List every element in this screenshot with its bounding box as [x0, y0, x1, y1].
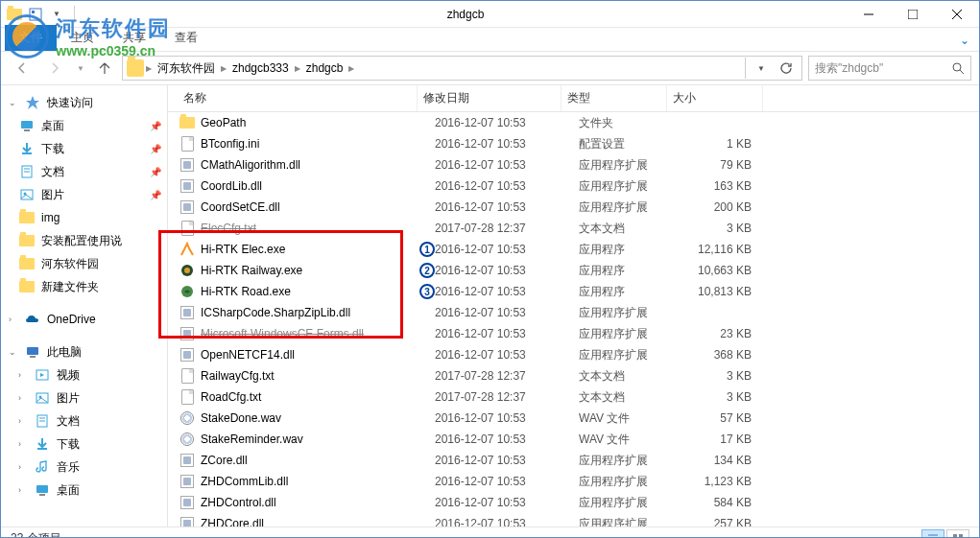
sidebar-group-quick-access[interactable]: ⌄ 快速访问 — [1, 91, 167, 114]
nav-up-button[interactable] — [93, 55, 116, 82]
sidebar-item-pc[interactable]: › 下载 — [1, 433, 167, 456]
folder-icon — [18, 255, 36, 272]
file-row[interactable]: ICSharpCode.SharpZipLib.dll 2016-12-07 1… — [168, 302, 979, 323]
sidebar-item-label: 视频 — [57, 367, 80, 384]
title-bar: ▼ zhdgcb — [1, 1, 979, 28]
sidebar-item-pc[interactable]: › 音乐 — [1, 456, 167, 479]
file-row[interactable]: CoordSetCE.dll 2016-12-07 10:53 应用程序扩展 2… — [168, 197, 979, 218]
sidebar-group-this-pc[interactable]: ⌄ 此电脑 — [1, 340, 167, 363]
path-dropdown-icon[interactable]: ▼ — [750, 64, 773, 73]
pin-icon: 📌 — [150, 121, 161, 131]
file-row[interactable]: GeoPath 2016-12-07 10:53 文件夹 — [168, 112, 979, 133]
navigation-sidebar[interactable]: ⌄ 快速访问 桌面 📌 下载 📌 文档 📌 图片 📌 img 安装配置使用说 河… — [1, 85, 168, 526]
tab-file[interactable]: 文件 — [5, 25, 57, 51]
download-icon — [34, 435, 51, 453]
collapse-icon[interactable]: ⌄ — [9, 347, 18, 357]
file-date: 2016-12-07 10:53 — [435, 137, 579, 151]
file-row[interactable]: ZHDControl.dll 2016-12-07 10:53 应用程序扩展 5… — [168, 492, 979, 513]
chevron-right-icon[interactable]: ▶ — [146, 64, 152, 73]
qat-dropdown-icon[interactable]: ▼ — [49, 7, 64, 22]
ribbon-expand-icon[interactable]: ⌄ — [950, 30, 979, 51]
file-row[interactable]: ZHDCommLib.dll 2016-12-07 10:53 应用程序扩展 1… — [168, 471, 979, 492]
column-type[interactable]: 类型 — [562, 85, 667, 111]
file-row[interactable]: CMathAligorithm.dll 2016-12-07 10:53 应用程… — [168, 154, 979, 175]
expand-icon[interactable]: › — [18, 485, 28, 495]
file-row[interactable]: OpenNETCF14.dll 2016-12-07 10:53 应用程序扩展 … — [168, 344, 979, 365]
column-size[interactable]: 大小 — [667, 85, 763, 111]
tab-view[interactable]: 查看 — [160, 25, 212, 51]
nav-history-dropdown[interactable]: ▼ — [74, 55, 87, 82]
sidebar-item-quick[interactable]: 下载 📌 — [1, 137, 167, 160]
column-date[interactable]: 修改日期 — [418, 85, 562, 111]
breadcrumb-item[interactable]: zhdgcb — [302, 61, 347, 75]
file-row[interactable]: ZCore.dll 2016-12-07 10:53 应用程序扩展 134 KB — [168, 450, 979, 471]
file-date: 2016-12-07 10:53 — [435, 200, 579, 214]
sidebar-item-pc[interactable]: › 图片 — [1, 386, 167, 409]
expand-icon[interactable]: › — [18, 370, 28, 380]
sidebar-item-quick[interactable]: 新建文件夹 — [1, 275, 167, 298]
file-icon — [178, 114, 197, 131]
sidebar-item-quick[interactable]: 安装配置使用说 — [1, 229, 167, 252]
tab-share[interactable]: 共享 — [108, 25, 160, 51]
file-row[interactable]: Hi-RTK Railway.exe 2 2016-12-07 10:53 应用… — [168, 260, 979, 281]
file-name: RoadCfg.txt — [201, 390, 418, 404]
chevron-right-icon[interactable]: ▶ — [348, 64, 354, 73]
nav-back-button[interactable] — [9, 55, 36, 82]
breadcrumb-item[interactable]: zhdgcb333 — [228, 61, 293, 75]
file-row[interactable]: CoordLib.dll 2016-12-07 10:53 应用程序扩展 163… — [168, 175, 979, 197]
properties-icon[interactable] — [28, 7, 43, 22]
sidebar-item-pc[interactable]: › 桌面 — [1, 479, 167, 502]
sidebar-group-onedrive[interactable]: › OneDrive — [1, 308, 167, 331]
file-row[interactable]: Microsoft.WindowsCE.Forms.dll 2016-12-07… — [168, 323, 979, 344]
sidebar-item-pc[interactable]: › 视频 — [1, 363, 167, 386]
file-type: 文本文档 — [579, 368, 684, 385]
file-list[interactable]: GeoPath 2016-12-07 10:53 文件夹 BTconfig.in… — [168, 112, 979, 526]
nav-forward-button[interactable] — [41, 55, 68, 82]
expand-icon[interactable]: › — [18, 393, 28, 403]
search-icon[interactable] — [951, 61, 965, 75]
file-row[interactable]: StakeDone.wav 2016-12-07 10:53 WAV 文件 57… — [168, 408, 979, 429]
view-large-icons-button[interactable] — [946, 529, 969, 539]
expand-icon[interactable]: › — [18, 439, 28, 449]
minimize-button[interactable] — [847, 1, 891, 28]
file-row[interactable]: Hi-RTK Road.exe 3 2016-12-07 10:53 应用程序 … — [168, 281, 979, 302]
sidebar-item-pc[interactable]: › 文档 — [1, 409, 167, 433]
file-row[interactable]: Hi-RTK Elec.exe 1 2016-12-07 10:53 应用程序 … — [168, 239, 979, 260]
refresh-icon[interactable] — [775, 61, 798, 75]
file-row[interactable]: StakeReminder.wav 2016-12-07 10:53 WAV 文… — [168, 429, 979, 450]
file-row[interactable]: RoadCfg.txt 2017-07-28 12:37 文本文档 3 KB — [168, 386, 979, 408]
tab-home[interactable]: 主页 — [57, 25, 108, 51]
sidebar-item-label: 音乐 — [57, 459, 80, 476]
column-name[interactable]: 名称 — [178, 85, 418, 111]
file-type: 应用程序扩展 — [579, 495, 684, 511]
maximize-button[interactable] — [891, 1, 935, 28]
file-name: CoordSetCE.dll — [201, 200, 418, 214]
search-input[interactable]: 搜索"zhdgcb" — [808, 56, 971, 81]
sidebar-item-quick[interactable]: 河东软件园 — [1, 252, 167, 275]
file-row[interactable]: ElecCfg.txt 2017-07-28 12:37 文本文档 3 KB — [168, 218, 979, 239]
file-icon — [178, 135, 197, 152]
breadcrumb-item[interactable]: 河东软件园 — [154, 60, 219, 77]
chevron-right-icon[interactable]: ▶ — [221, 64, 227, 73]
file-name: ElecCfg.txt — [201, 222, 418, 235]
collapse-icon[interactable]: ⌄ — [9, 98, 18, 107]
sidebar-item-quick[interactable]: 桌面 📌 — [1, 114, 167, 137]
sidebar-item-quick[interactable]: 文档 📌 — [1, 160, 167, 183]
file-size: 584 KB — [684, 496, 780, 509]
svg-rect-17 — [27, 347, 38, 355]
view-details-button[interactable] — [921, 529, 944, 539]
sidebar-item-quick[interactable]: img — [1, 206, 167, 229]
file-name: Hi-RTK Road.exe — [201, 285, 418, 298]
chevron-right-icon[interactable]: ▶ — [295, 64, 300, 73]
close-button[interactable] — [935, 1, 979, 28]
expand-icon[interactable]: › — [9, 315, 18, 324]
file-row[interactable]: ZHDCore.dll 2016-12-07 10:53 应用程序扩展 257 … — [168, 513, 979, 526]
file-name: Hi-RTK Railway.exe — [201, 264, 418, 277]
file-name: StakeReminder.wav — [201, 433, 418, 446]
file-row[interactable]: BTconfig.ini 2016-12-07 10:53 配置设置 1 KB — [168, 133, 979, 154]
sidebar-item-quick[interactable]: 图片 📌 — [1, 183, 167, 206]
expand-icon[interactable]: › — [18, 416, 28, 426]
breadcrumb-bar[interactable]: ▶ 河东软件园 ▶ zhdgcb333 ▶ zhdgcb ▶ ▼ — [122, 56, 802, 81]
expand-icon[interactable]: › — [18, 462, 28, 472]
file-row[interactable]: RailwayCfg.txt 2017-07-28 12:37 文本文档 3 K… — [168, 365, 979, 386]
